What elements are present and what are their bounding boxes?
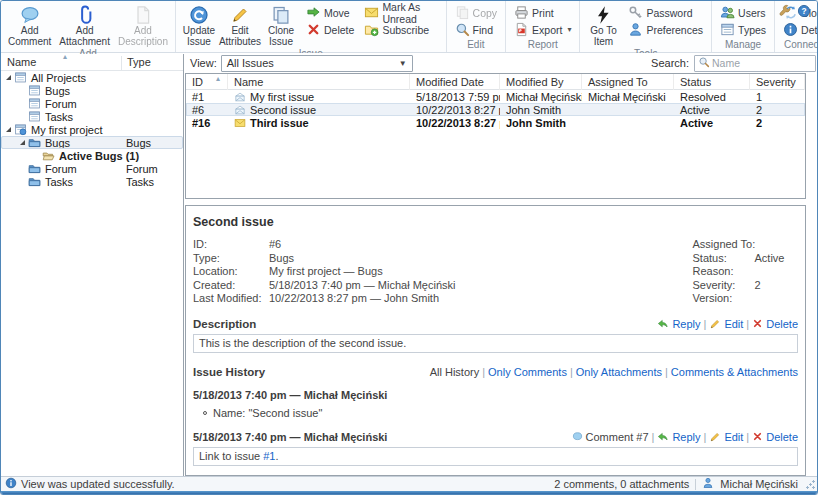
delete-link[interactable]: Delete [752, 318, 798, 330]
status-message-area: View was updated successfully. [5, 477, 554, 491]
export-button[interactable]: Export▾ [509, 21, 576, 38]
history-filters: All History|Only Comments|Only Attachmen… [430, 366, 798, 378]
issue-status: Active [674, 104, 750, 116]
reply-link[interactable]: Reply [657, 431, 700, 443]
copy-button[interactable]: Copy [450, 4, 503, 21]
export-label: Export [532, 24, 562, 36]
column-header-modified-by[interactable]: Modified By [500, 74, 582, 90]
issue-row-1[interactable]: #1My first issue5/18/2013 7:59 pmMichał … [186, 90, 805, 103]
tree-column-type[interactable]: Type [121, 56, 151, 70]
history-entry-header: 5/18/2013 7:40 pm — Michał MęcińskiComme… [193, 431, 798, 443]
view-selector[interactable]: All Issues ▼ [221, 55, 413, 72]
tree-column-name[interactable]: Name [7, 56, 36, 68]
add-attachment-button[interactable]: AddAttachment [55, 2, 114, 48]
go-to-item-button[interactable]: Go ToItem [583, 2, 623, 48]
edit-attributes-button[interactable]: EditAttributes [219, 2, 261, 48]
resize-grip[interactable] [806, 480, 815, 489]
projects-tree-panel: Name ▴ Type All ProjectsBugsForumTasksMy… [1, 54, 184, 476]
toolbar-group-edit: CopyFindEdit [447, 1, 507, 52]
edit-link[interactable]: Edit [709, 318, 743, 330]
issue-row-16[interactable]: #16Third issue10/22/2013 8:27 pmJohn Smi… [186, 116, 805, 129]
details-button[interactable]: Details [778, 21, 818, 38]
find-icon [455, 22, 470, 37]
print-button[interactable]: Print [509, 4, 576, 21]
issue-status: Resolved [674, 91, 750, 103]
issue-id: #6 [186, 104, 228, 116]
toolbar-group-label: Report [509, 39, 576, 52]
issue-row-6[interactable]: #6Second issue10/22/2013 8:27 pmJohn Smi… [186, 103, 805, 116]
edit-link[interactable]: Edit [709, 431, 743, 443]
envelope-open-icon [234, 91, 246, 103]
edit-icon [709, 318, 721, 330]
entry-timestamp: 5/18/2013 7:40 pm — Michał Męciński [193, 389, 387, 401]
attributes-right: Assigned To:Status:ActiveReason:Severity… [692, 238, 784, 305]
help-icon[interactable]: ? [797, 4, 811, 20]
toolbar-group-label: Connection [778, 39, 818, 52]
column-header-modified-date[interactable]: Modified Date [410, 74, 500, 90]
update-issue-button[interactable]: UpdateIssue [179, 2, 219, 48]
column-header-assigned-to[interactable]: Assigned To [582, 74, 674, 90]
filter-comments-attachments[interactable]: Comments & Attachments [671, 366, 798, 378]
add-comment-button[interactable]: AddComment [4, 2, 55, 48]
tree-item-bugs[interactable]: Bugs [1, 84, 183, 97]
issue-modified-by: John Smith [500, 117, 582, 129]
filter-only-comments[interactable]: Only Comments [488, 366, 567, 378]
toolbar-group-label: Manage [715, 39, 771, 52]
tree-item-forum[interactable]: ForumForum [1, 162, 183, 175]
users-button[interactable]: Users [715, 4, 771, 21]
column-header-status[interactable]: Status [674, 74, 750, 90]
add-comment-label: AddComment [8, 26, 51, 47]
window-corner-icons: ? [778, 4, 811, 20]
add-comment-icon [20, 5, 40, 25]
expander-icon[interactable] [20, 140, 25, 145]
toolbar-stack: PrintExport▾ [509, 2, 576, 39]
tree-item-tasks[interactable]: TasksTasks [1, 175, 183, 188]
history-header: Issue History [193, 366, 265, 378]
delete-icon [306, 22, 321, 37]
tree-item-bugs[interactable]: BugsBugs [1, 136, 183, 149]
wrench-icon[interactable] [778, 4, 792, 20]
folder-blue-icon [28, 175, 41, 188]
issue-list-header: ID▴NameModified DateModified ByAssigned … [186, 74, 805, 90]
tree-item-my-first-project[interactable]: My first project [1, 123, 183, 136]
types-button[interactable]: Types [715, 21, 771, 38]
tree-item-active-bugs-1-[interactable]: Active Bugs (1) [1, 149, 183, 162]
password-button[interactable]: Password [623, 4, 708, 21]
find-button[interactable]: Find [450, 21, 503, 38]
details-icon [783, 22, 798, 37]
tree-item-tasks[interactable]: Tasks [1, 110, 183, 123]
mark-as-unread-button[interactable]: Mark As Unread [359, 4, 442, 21]
column-header-id[interactable]: ID▴ [186, 74, 228, 90]
issue-assigned-to: Michał Męciński [582, 91, 674, 103]
preferences-button[interactable]: Preferences [623, 21, 708, 38]
move-button[interactable]: Move [301, 4, 359, 21]
delete-button[interactable]: Delete [301, 21, 359, 38]
edit-attributes-label: EditAttributes [219, 26, 261, 47]
tree-item-forum[interactable]: Forum [1, 97, 183, 110]
filter-all-history[interactable]: All History [430, 366, 480, 378]
add-description-button[interactable]: AddDescription [114, 2, 172, 48]
window-bottom-edge [1, 491, 817, 494]
attribute-value: 2 [754, 279, 784, 292]
clone-issue-button[interactable]: CloneIssue [261, 2, 301, 48]
attribute-label: Status: [692, 252, 754, 265]
expander-icon[interactable] [6, 127, 11, 132]
search-input[interactable] [710, 56, 812, 70]
sort-arrow-icon: ▴ [63, 52, 67, 61]
toolbar-group-tools: Go ToItemPasswordPreferencesTools [580, 1, 712, 52]
envelope-open-icon [234, 104, 246, 116]
toolbar-stack: UsersTypes [715, 2, 771, 39]
tree-item-all-projects[interactable]: All Projects [1, 71, 183, 84]
filter-only-attachments[interactable]: Only Attachments [576, 366, 662, 378]
issue-severity: 1 [750, 91, 805, 103]
delete-link[interactable]: Delete [752, 431, 798, 443]
column-header-name[interactable]: Name [228, 74, 410, 90]
print-icon [514, 5, 529, 20]
reply-link[interactable]: Reply [657, 318, 700, 330]
folder-blue-icon [28, 162, 41, 175]
issue-ref-link[interactable]: #1 [263, 450, 275, 462]
subscribe-button[interactable]: Subscribe [359, 21, 442, 38]
toolbar-group-issue: UpdateIssueEditAttributesCloneIssueMoveD… [176, 1, 447, 52]
expander-icon[interactable] [6, 75, 11, 80]
column-header-severity[interactable]: Severity [750, 74, 805, 90]
